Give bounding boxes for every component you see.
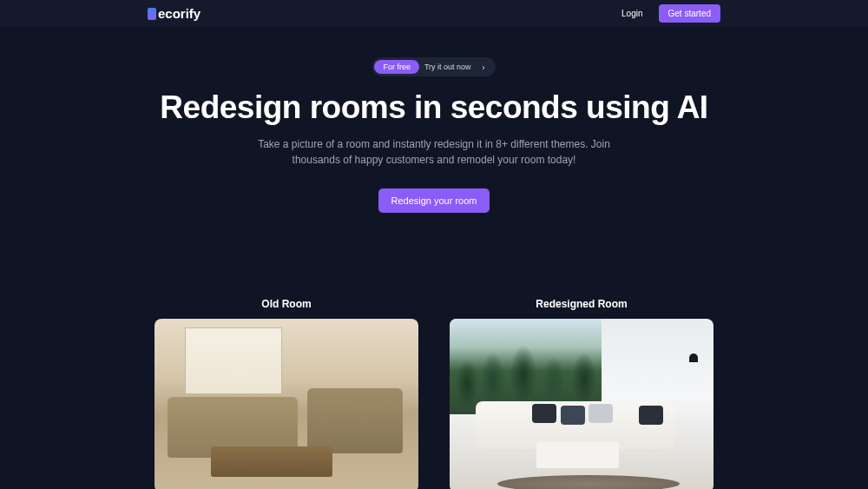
get-started-button[interactable]: Get started	[659, 4, 720, 23]
brand-logo[interactable]: ecorify	[148, 6, 201, 21]
logo-icon	[148, 8, 156, 20]
hero-section: For free Try it out now Redesign rooms i…	[0, 27, 868, 213]
header-nav: Login Get started	[621, 4, 720, 23]
brand-name: ecorify	[158, 6, 201, 21]
promo-badge: For free	[374, 60, 419, 74]
promo-text: Try it out now	[424, 63, 475, 71]
site-header: ecorify Login Get started	[0, 0, 868, 27]
page-subheadline: Take a picture of a room and instantly r…	[252, 136, 616, 168]
old-room-label: Old Room	[261, 298, 311, 310]
login-link[interactable]: Login	[621, 9, 642, 18]
comparison-section: Old Room Redesigned Room	[0, 298, 868, 489]
old-room-image	[155, 319, 418, 489]
redesigned-room-label: Redesigned Room	[536, 298, 627, 310]
page-headline: Redesign rooms in seconds using AI	[160, 89, 707, 126]
old-room-card: Old Room	[155, 298, 418, 489]
redesign-button[interactable]: Redesign your room	[378, 188, 489, 213]
promo-pill[interactable]: For free Try it out now	[372, 57, 495, 76]
new-room-card: Redesigned Room	[450, 298, 713, 489]
chevron-right-icon	[480, 59, 494, 75]
redesigned-room-image	[450, 319, 713, 489]
